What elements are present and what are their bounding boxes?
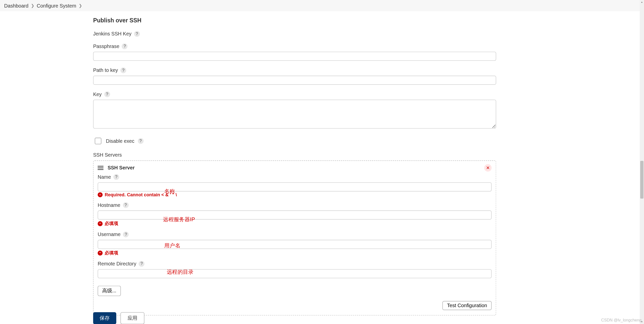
- help-icon[interactable]: ?: [104, 91, 110, 97]
- help-icon[interactable]: ?: [120, 67, 126, 73]
- server-hostname-label: Hostname: [98, 202, 120, 208]
- server-name-error: − Required. Cannot contain < & ' " \: [98, 192, 492, 197]
- server-name-error-text: Required. Cannot contain < & ' " \: [105, 192, 177, 197]
- breadcrumb-configure-system[interactable]: Configure System: [37, 3, 76, 9]
- help-icon[interactable]: ?: [134, 31, 140, 37]
- key-textarea[interactable]: [93, 100, 496, 128]
- server-username-error: − 必填项: [98, 250, 492, 256]
- action-bar: 保存 应用: [93, 312, 144, 324]
- help-icon[interactable]: ?: [122, 43, 128, 49]
- server-remote-dir-label: Remote Directory: [98, 261, 136, 267]
- breadcrumb: Dashboard ❯ Configure System ❯: [0, 0, 644, 11]
- server-hostname-error: − 必填项: [98, 220, 492, 227]
- drag-handle-icon[interactable]: [98, 166, 103, 170]
- advanced-button[interactable]: 高级...: [98, 286, 121, 296]
- ssh-servers-heading: SSH Servers: [93, 152, 122, 158]
- test-configuration-button[interactable]: Test Configuration: [442, 301, 492, 310]
- watermark-text: CSDN @lv_longcheng: [601, 318, 641, 322]
- help-icon[interactable]: ?: [113, 174, 119, 180]
- help-icon[interactable]: ?: [138, 138, 143, 144]
- jenkins-ssh-key-heading: Jenkins SSH Key ?: [93, 31, 496, 37]
- help-icon[interactable]: ?: [123, 202, 129, 208]
- server-username-error-text: 必填项: [105, 250, 118, 256]
- main-content: Publish over SSH Jenkins SSH Key ? Passp…: [93, 17, 496, 315]
- section-title-publish-over-ssh: Publish over SSH: [93, 17, 496, 23]
- path-to-key-label: Path to key: [93, 67, 118, 73]
- error-icon: −: [98, 221, 103, 226]
- page-scrollbar[interactable]: ▲ ▼: [640, 0, 644, 324]
- help-icon[interactable]: ?: [139, 261, 145, 267]
- server-hostname-input[interactable]: [98, 210, 492, 219]
- scrollbar-thumb[interactable]: [640, 161, 643, 199]
- ssh-server-title: SSH Server: [108, 165, 135, 171]
- passphrase-input[interactable]: [93, 52, 496, 61]
- breadcrumb-dashboard[interactable]: Dashboard: [4, 3, 28, 9]
- close-icon: ✕: [486, 165, 490, 170]
- chevron-right-icon: ❯: [31, 3, 34, 8]
- passphrase-label: Passphrase: [93, 43, 119, 49]
- chevron-right-icon: ❯: [79, 3, 82, 8]
- disable-exec-checkbox[interactable]: [95, 138, 101, 144]
- remove-server-button[interactable]: ✕: [484, 164, 492, 172]
- key-label: Key: [93, 91, 102, 97]
- server-remote-dir-input[interactable]: [98, 269, 492, 278]
- server-hostname-error-text: 必填项: [105, 220, 118, 227]
- path-to-key-input[interactable]: [93, 76, 496, 85]
- apply-button[interactable]: 应用: [120, 312, 144, 324]
- error-icon: −: [98, 250, 103, 255]
- disable-exec-label: Disable exec: [106, 138, 134, 144]
- error-icon: −: [98, 192, 103, 197]
- server-name-input[interactable]: [98, 182, 492, 191]
- help-icon[interactable]: ?: [123, 232, 129, 237]
- save-button[interactable]: 保存: [93, 312, 116, 324]
- jenkins-ssh-key-label-text: Jenkins SSH Key: [93, 31, 132, 37]
- server-name-label: Name: [98, 174, 111, 180]
- scroll-up-arrow-icon[interactable]: ▲: [640, 0, 644, 4]
- server-username-input[interactable]: [98, 240, 492, 249]
- ssh-server-container: SSH Server ✕ Name ? − Required. Cannot c…: [93, 160, 496, 315]
- server-username-label: Username: [98, 232, 120, 237]
